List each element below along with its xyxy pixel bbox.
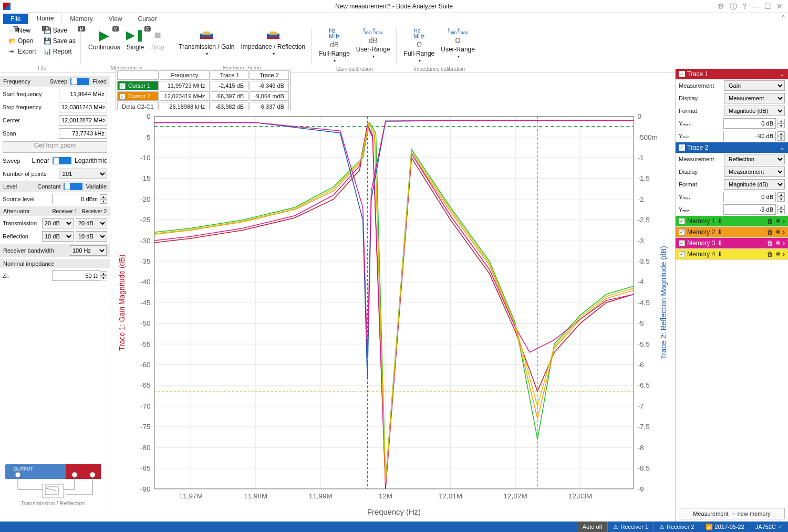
chart[interactable]: 0-5-10-15-20-25-30-35-40-45-50-55-60-65-…: [116, 110, 672, 519]
trash-icon[interactable]: 🗑: [767, 251, 773, 258]
rbw-select[interactable]: 100 Hz: [70, 245, 107, 256]
start-freq-input[interactable]: [59, 89, 107, 99]
linear-log-toggle[interactable]: [53, 157, 71, 164]
minimize-button[interactable]: —: [752, 2, 759, 12]
stop-button[interactable]: ■ Stop: [147, 26, 168, 53]
frequency-section: Frequency: [3, 78, 30, 85]
trash-icon[interactable]: 🗑: [767, 217, 773, 225]
download-icon[interactable]: ⬇: [717, 251, 722, 258]
center-freq-input[interactable]: [59, 115, 107, 126]
save-icon: 💾: [44, 27, 51, 34]
connection-diagram[interactable]: OUTPUT CH 1 CH 2 Transmission / Reflecti…: [3, 463, 103, 508]
collapse-ribbon-icon[interactable]: ^: [782, 14, 785, 21]
svg-text:-5,5: -5,5: [637, 340, 649, 348]
info-icon[interactable]: ⓘ: [730, 2, 737, 12]
options-icon[interactable]: ✲: [775, 217, 781, 225]
chevron-down-icon[interactable]: ⌄: [780, 70, 785, 78]
t1-display-select[interactable]: Measurement: [724, 93, 785, 103]
sweep-fixed-toggle[interactable]: [70, 78, 89, 85]
help-icon[interactable]: ?: [742, 2, 746, 12]
t1-ymax-input[interactable]: [723, 118, 776, 129]
get-from-zoom-button[interactable]: Get from zoom: [3, 141, 107, 153]
options-icon[interactable]: ✲: [775, 239, 781, 247]
trans-r2-select[interactable]: 20 dB: [76, 218, 107, 228]
cursor2-row[interactable]: ✓Cursor 2: [117, 91, 159, 101]
span-input[interactable]: [59, 128, 107, 139]
trash-icon[interactable]: 🗑: [767, 228, 773, 236]
svg-text:-8,5: -8,5: [637, 464, 649, 472]
svg-text:-1,5: -1,5: [637, 175, 649, 183]
chevron-right-icon[interactable]: ›: [783, 239, 785, 247]
refl-r1-select[interactable]: 10 dB: [42, 231, 74, 242]
auto-off-status[interactable]: Auto off: [577, 521, 608, 532]
t2-format-select[interactable]: Magnitude (dB): [724, 179, 785, 190]
t2-display-select[interactable]: Measurement: [724, 166, 785, 177]
download-icon[interactable]: ⬇: [717, 228, 722, 236]
memory2-row[interactable]: ✓Memory 2⬇🗑✲›: [676, 227, 788, 238]
hz-mhz-label-2: HzMHz: [414, 28, 425, 39]
download-icon[interactable]: ⬇: [717, 217, 722, 225]
open-button[interactable]: 📂Open: [6, 36, 38, 46]
checkbox-icon[interactable]: ✓: [679, 144, 685, 151]
impedance-reflection-button[interactable]: Impedance / Reflection: [237, 26, 308, 58]
trans-r1-select[interactable]: 20 dB: [42, 218, 74, 228]
options-icon[interactable]: ✲: [775, 228, 781, 236]
close-button[interactable]: ✕: [776, 2, 783, 12]
checkbox-icon[interactable]: ✓: [679, 71, 685, 77]
svg-text:-7,5: -7,5: [637, 423, 649, 431]
new-button[interactable]: 📄New: [6, 26, 38, 35]
chevron-right-icon[interactable]: ›: [783, 217, 785, 225]
refl-r2-select[interactable]: 10 dB: [76, 231, 107, 242]
tab-home[interactable]: HomeH: [29, 13, 61, 24]
chevron-down-icon[interactable]: ⌄: [780, 144, 785, 151]
trace2-header[interactable]: ✓Trace 2⌄: [676, 142, 788, 153]
constant-variable-toggle[interactable]: [64, 183, 82, 190]
tab-view[interactable]: ViewV: [101, 14, 130, 24]
continuous-button[interactable]: ▶ Continuous: [85, 26, 123, 53]
tab-memory[interactable]: MemoryM: [63, 14, 100, 24]
gain-fullrange-button[interactable]: HzMHz dB Full-Range: [316, 26, 353, 65]
npoints-select[interactable]: 201: [59, 169, 107, 179]
t1-ymin-input[interactable]: [723, 131, 776, 141]
download-icon[interactable]: ⬇: [717, 239, 722, 247]
t1-format-select[interactable]: Magnitude (dB): [724, 106, 785, 116]
chevron-right-icon[interactable]: ›: [783, 251, 785, 258]
new-memory-button[interactable]: Measurement → new memory: [679, 508, 785, 519]
memory4-row[interactable]: ✓Memory 4⬇🗑✲›: [676, 249, 788, 260]
z0-input[interactable]: [52, 270, 100, 281]
receiver2-status[interactable]: ⚠Receiver 2: [654, 521, 700, 532]
svg-rect-3: [267, 37, 279, 39]
memory3-row[interactable]: ✓Memory 3⬇🗑✲›: [676, 238, 788, 249]
svg-text:-3: -3: [637, 237, 644, 245]
chevron-right-icon[interactable]: ›: [783, 228, 785, 236]
transmission-gain-button[interactable]: Transmission / Gain: [175, 26, 237, 58]
source-level-input[interactable]: [52, 194, 100, 204]
tab-cursor[interactable]: CursorC: [131, 14, 164, 24]
save-button[interactable]: 💾Save: [42, 26, 78, 35]
settings-icon[interactable]: ⚙: [718, 2, 724, 12]
cursor1-row[interactable]: ✓Cursor 1: [117, 81, 159, 90]
fmin-fmax-label-2: fmin·fmax: [448, 28, 468, 35]
gain-userrange-button[interactable]: fmin·fmax dB User-Range: [353, 26, 393, 65]
checkbox-icon[interactable]: ✓: [119, 93, 126, 100]
receiver1-status[interactable]: ⚠Receiver 1: [607, 521, 654, 532]
single-button[interactable]: ▶❚ Single: [123, 26, 147, 53]
t2-ymin-input[interactable]: [723, 204, 776, 215]
save-as-button[interactable]: 💾Save as: [42, 36, 78, 46]
t1-measurement-select[interactable]: Gain: [724, 80, 785, 91]
report-button[interactable]: 📊Report: [42, 47, 78, 56]
checkbox-icon[interactable]: ✓: [119, 83, 126, 89]
options-icon[interactable]: ✲: [775, 251, 781, 258]
imp-userrange-button[interactable]: fmin·fmax Ω User-Range: [438, 26, 478, 65]
trash-icon[interactable]: 🗑: [767, 239, 773, 247]
maximize-button[interactable]: ☐: [764, 2, 771, 12]
t2-measurement-select[interactable]: Reflection: [724, 154, 785, 164]
export-button[interactable]: ⇥Export: [6, 47, 38, 56]
t2-ymax-input[interactable]: [723, 192, 776, 202]
memory1-row[interactable]: ✓Memory 1⬇🗑✲›: [676, 216, 788, 227]
svg-text:-45: -45: [140, 299, 151, 307]
imp-fullrange-button[interactable]: HzMHz Ω Full-Range: [401, 26, 438, 65]
tab-file[interactable]: FileF: [3, 14, 28, 24]
stop-freq-input[interactable]: [59, 102, 107, 112]
trace1-header[interactable]: ✓Trace 1⌄: [676, 69, 788, 79]
